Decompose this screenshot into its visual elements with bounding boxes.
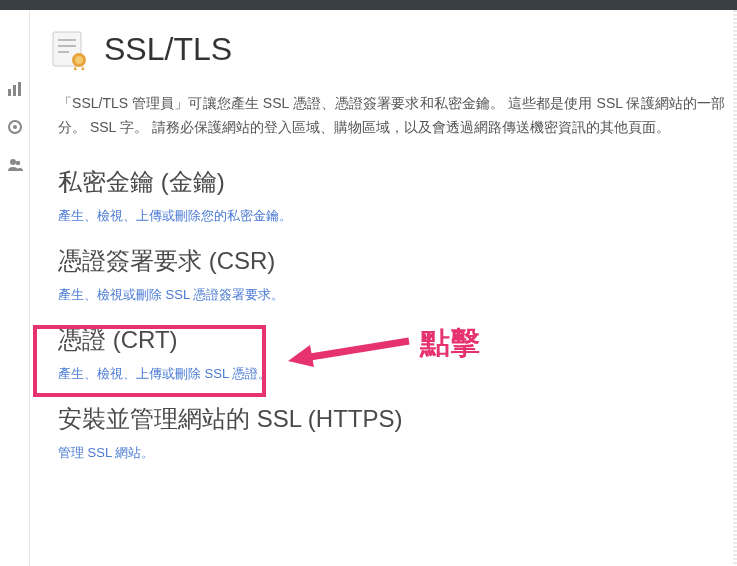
sidebar — [0, 10, 30, 566]
main-content: SSL/TLS 「SSL/TLS 管理員」可讓您產生 SSL 憑證、憑證簽署要求… — [30, 10, 733, 482]
svg-line-13 — [304, 341, 409, 358]
intro-text: 「SSL/TLS 管理員」可讓您產生 SSL 憑證、憑證簽署要求和私密金鑰。 這… — [48, 92, 725, 140]
svg-marker-14 — [288, 345, 314, 367]
section-private-key: 私密金鑰 (金鑰) 產生、檢視、上傳或刪除您的私密金鑰。 — [48, 166, 725, 225]
crt-link[interactable]: 產生、檢視、上傳或刪除 SSL 憑證。 — [58, 366, 271, 381]
section-install-ssl: 安裝並管理網站的 SSL (HTTPS) 管理 SSL 網站。 — [48, 403, 725, 462]
section-csr: 憑證簽署要求 (CSR) 產生、檢視或刪除 SSL 憑證簽署要求。 — [48, 245, 725, 304]
scrollbar[interactable] — [733, 10, 737, 566]
csr-link[interactable]: 產生、檢視或刪除 SSL 憑證簽署要求。 — [58, 287, 284, 302]
svg-point-12 — [75, 56, 83, 64]
private-key-link[interactable]: 產生、檢視、上傳或刪除您的私密金鑰。 — [58, 208, 292, 223]
svg-point-4 — [13, 125, 17, 129]
page-header: SSL/TLS — [48, 28, 725, 70]
top-bar — [0, 0, 737, 10]
svg-rect-2 — [18, 82, 21, 96]
stats-icon[interactable] — [0, 70, 30, 108]
section-title: 憑證簽署要求 (CSR) — [58, 245, 725, 277]
annotation-label: 點擊 — [420, 323, 480, 364]
manage-ssl-link[interactable]: 管理 SSL 網站。 — [58, 445, 154, 460]
page-title: SSL/TLS — [104, 31, 232, 68]
svg-point-6 — [16, 161, 21, 166]
annotation-arrow-icon — [284, 333, 414, 377]
dashboard-icon[interactable] — [0, 108, 30, 146]
users-icon[interactable] — [0, 146, 30, 184]
svg-rect-1 — [13, 85, 16, 96]
section-title: 私密金鑰 (金鑰) — [58, 166, 725, 198]
svg-rect-0 — [8, 89, 11, 96]
ssl-page-icon — [48, 28, 90, 70]
section-title: 安裝並管理網站的 SSL (HTTPS) — [58, 403, 725, 435]
svg-point-5 — [10, 159, 16, 165]
